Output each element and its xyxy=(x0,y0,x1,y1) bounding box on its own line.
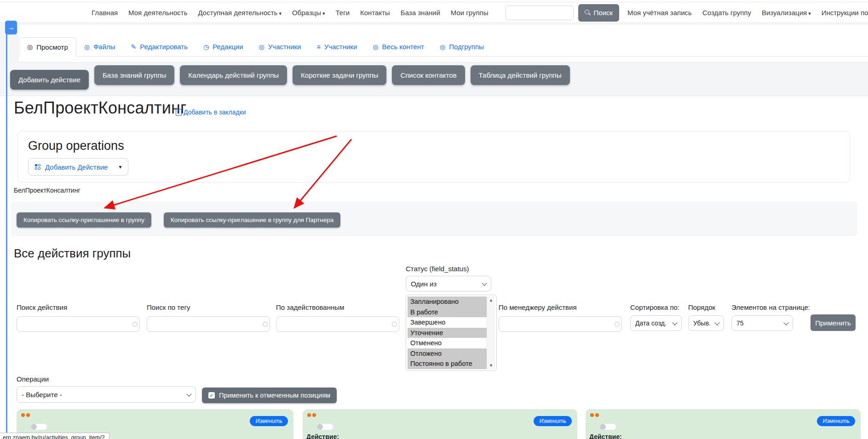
add-action-dropdown-button[interactable]: Добавить Действие ▾ xyxy=(28,158,128,176)
sidebar-expand-button[interactable]: → xyxy=(5,21,17,34)
nav-visualization[interactable]: Визуализация▾ xyxy=(762,9,811,17)
nav-contacts[interactable]: Контакты xyxy=(360,9,390,17)
card-action-label: Действие: xyxy=(589,433,622,439)
listbox-scrollbar[interactable]: ▲ ▼ xyxy=(487,296,495,369)
nav-user-instructions[interactable]: Инструкции пользователя▾ xyxy=(822,9,868,17)
status-option[interactable]: Отменено xyxy=(408,338,487,348)
nav-available-activity[interactable]: Доступная деятельность▾ xyxy=(198,9,282,17)
status-options-listbox[interactable]: Запланировано В работе Завершено Уточнен… xyxy=(406,295,497,371)
tab-files-label: Файлы xyxy=(93,43,115,51)
action-card: Изменить Действие: xyxy=(586,409,861,439)
tab-all-content[interactable]: ◎Весь контент xyxy=(365,37,432,56)
search-tag-input[interactable] xyxy=(147,316,270,332)
search-input[interactable] xyxy=(506,6,574,20)
page: Главная Моя деятельность Доступная деяте… xyxy=(0,0,868,439)
card-toggle[interactable] xyxy=(316,423,333,430)
tab-revisions[interactable]: ◷Редакции xyxy=(195,37,251,56)
list-icon: ≡ xyxy=(316,43,320,51)
by-manager-label: По менеджеру действия xyxy=(499,303,577,311)
status-mode-select[interactable]: Один из xyxy=(406,276,491,291)
nav-my-account[interactable]: Моя учётная запись xyxy=(627,9,692,17)
add-bookmark-label: Добавить в закладки xyxy=(184,108,246,116)
tab-revisions-label: Редакции xyxy=(213,43,243,51)
group-calendar-button[interactable]: Календарь действий группы xyxy=(180,65,287,85)
group-operations-card: Group operations Добавить Действие ▾ xyxy=(17,131,850,182)
nav-home[interactable]: Главная xyxy=(92,9,118,17)
add-bookmark-link[interactable]: Добавить в закладки xyxy=(176,108,246,116)
tabs-panel: ◎Просмотр ◎Файлы ✎Редактировать ◷Редакци… xyxy=(17,24,868,63)
apply-to-checked-button[interactable]: ✓ Применить к отмеченным позициям xyxy=(202,388,337,403)
tab-members[interactable]: ◎Участники xyxy=(251,37,309,56)
by-manager-input[interactable] xyxy=(499,316,622,332)
status-filter-label: Статус (field_status) xyxy=(406,265,469,273)
tab-edit-label: Редактировать xyxy=(140,43,188,51)
group-knowledge-base-button[interactable]: База знаний группы xyxy=(94,65,174,85)
tab-members-list-label: Участники xyxy=(324,43,357,51)
scroll-down-icon[interactable]: ▼ xyxy=(489,362,493,369)
tab-view[interactable]: ◎Просмотр xyxy=(19,37,76,57)
operations-label: Операции xyxy=(17,375,49,383)
tab-subgroups[interactable]: ◎Подгруппы xyxy=(432,37,492,56)
per-page-label: Элементов на странице: xyxy=(731,303,810,311)
contact-list-button[interactable]: Список контактов xyxy=(392,65,465,85)
tab-members-list[interactable]: ≡Участники xyxy=(309,37,365,56)
nav-samples-label: Образцы xyxy=(292,9,321,17)
clear-circle-icon xyxy=(615,322,620,327)
group-name-text: БелПроектКонсалтинг xyxy=(14,187,80,194)
group-actions-table-button[interactable]: Таблица действий группы xyxy=(471,65,570,85)
scroll-up-icon[interactable]: ▲ xyxy=(489,296,493,304)
clear-circle-icon xyxy=(132,322,138,327)
status-option[interactable]: В работе xyxy=(408,307,487,318)
order-select[interactable]: Убыв. xyxy=(688,315,724,331)
per-page-select[interactable]: 75 xyxy=(731,315,793,331)
nav-my-groups[interactable]: Мои группы xyxy=(451,9,489,17)
nav-create-group[interactable]: Создать группу xyxy=(702,9,751,17)
caret-down-icon: ▾ xyxy=(119,164,121,170)
sidebar-edge-line xyxy=(6,21,7,439)
clear-circle-icon xyxy=(263,322,268,327)
copy-invite-link-partner-button[interactable]: Копировать ссылку-приглашение в группу д… xyxy=(164,212,340,228)
status-option[interactable]: Отложено xyxy=(408,348,487,359)
status-option[interactable]: Завершено xyxy=(408,317,487,328)
grid-icon xyxy=(35,164,40,170)
main-navbar: Главная Моя деятельность Доступная деяте… xyxy=(0,2,868,23)
status-options: Запланировано В работе Завершено Уточнен… xyxy=(408,296,487,369)
caret-down-icon: ▾ xyxy=(279,11,282,16)
status-option[interactable]: Запланировано xyxy=(408,296,487,307)
tab-edit[interactable]: ✎Редактировать xyxy=(123,37,195,56)
apply-filters-button[interactable]: Применить xyxy=(811,314,856,331)
add-action-button[interactable]: Добавить действие xyxy=(10,70,89,90)
nav-my-activity[interactable]: Моя деятельность xyxy=(128,9,187,17)
tab-files[interactable]: ◎Файлы xyxy=(76,37,123,56)
nav-knowledge-base[interactable]: База знаний xyxy=(401,9,440,17)
group-short-tasks-button[interactable]: Короткие задачи группы xyxy=(293,65,386,85)
drag-dots-icon xyxy=(21,413,30,417)
card-toggle[interactable] xyxy=(599,423,616,430)
sort-by-select[interactable]: Дата созд. xyxy=(630,315,682,331)
tab-view-label: Просмотр xyxy=(36,43,68,51)
search-button[interactable]: Поиск xyxy=(578,4,620,22)
edit-button[interactable]: Изменить xyxy=(250,416,288,426)
card-toggle[interactable] xyxy=(30,423,47,430)
per-page-value: 75 xyxy=(736,319,744,327)
nav-user-instructions-label: Инструкции пользователя xyxy=(822,9,868,17)
edit-button[interactable]: Изменить xyxy=(534,416,572,426)
status-option[interactable]: Постоянно в работе xyxy=(408,359,487,369)
group-action-buttons: Добавить действие База знаний группы Кал… xyxy=(10,65,570,90)
status-option[interactable]: Уточнение xyxy=(408,328,487,338)
tab-members-label: Участники xyxy=(268,43,301,51)
chevron-down-icon xyxy=(672,320,677,325)
operations-select[interactable]: - Выберите - xyxy=(17,386,196,403)
nav-available-activity-label: Доступная деятельность xyxy=(198,9,278,17)
caret-down-icon: ▾ xyxy=(322,11,325,16)
eye-icon: ◎ xyxy=(84,43,90,51)
copy-invite-link-button[interactable]: Копировать ссылку-приглашение в группу xyxy=(17,212,151,228)
by-involved-input[interactable] xyxy=(276,316,399,332)
nav-samples[interactable]: Образцы▾ xyxy=(292,9,325,17)
edit-button[interactable]: Изменить xyxy=(817,416,855,426)
order-label: Порядок xyxy=(688,303,715,311)
search-action-label: Поиск действия xyxy=(17,303,67,311)
nav-tags[interactable]: Теги xyxy=(336,9,350,17)
group-operations-heading: Group operations xyxy=(28,139,124,153)
search-action-input[interactable] xyxy=(17,316,140,332)
